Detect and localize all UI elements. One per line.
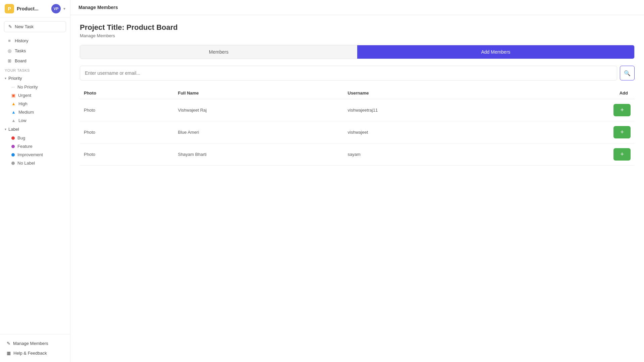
col-header-full-name: Full Name xyxy=(174,87,343,99)
cell-username: vishwajeetraj11 xyxy=(344,99,520,121)
sidebar-item-label: Bug xyxy=(17,135,25,140)
sidebar-item-improvement[interactable]: Improvement xyxy=(2,150,68,159)
sidebar-item-label: Urgent xyxy=(18,93,31,98)
high-icon: ▲ xyxy=(11,101,16,106)
search-input[interactable] xyxy=(80,66,617,80)
search-icon: 🔍 xyxy=(624,70,631,76)
sidebar-item-board[interactable]: ⊞ Board xyxy=(2,56,68,66)
top-bar: Manage Members xyxy=(70,0,644,15)
sidebar-item-label: Medium xyxy=(18,110,34,115)
page-title: Project Title: Product Board xyxy=(80,23,635,32)
priority-section-header[interactable]: ▾ Priority xyxy=(0,74,70,83)
sidebar-item-label: No Label xyxy=(17,161,35,166)
cell-add: + xyxy=(519,121,635,143)
add-member-button[interactable]: + xyxy=(613,104,631,116)
sidebar-item-feature[interactable]: Feature xyxy=(2,142,68,150)
sidebar-item-manage-members[interactable]: ✎ Manage Members xyxy=(2,339,68,348)
collapse-icon: ▾ xyxy=(5,127,6,131)
sidebar-footer: ✎ Manage Members ▦ Help & Feedback xyxy=(0,334,70,362)
chevron-down-icon[interactable]: ▾ xyxy=(63,6,65,11)
collapse-icon: ▾ xyxy=(5,76,6,80)
sidebar-item-tasks[interactable]: ◎ Tasks xyxy=(2,46,68,56)
sidebar: P Product... VP ▾ ✎ New Task ≡ History ◎… xyxy=(0,0,70,362)
history-icon: ≡ xyxy=(7,38,12,43)
sidebar-item-low[interactable]: ▲ Low xyxy=(2,116,68,125)
cell-add: + xyxy=(519,143,635,166)
tab-add-members[interactable]: Add Members xyxy=(357,45,634,59)
product-icon: P xyxy=(5,4,14,13)
cell-full-name: Shayam Bharti xyxy=(174,143,343,166)
cell-photo: Photo xyxy=(80,121,174,143)
sidebar-item-label: Manage Members xyxy=(13,341,48,346)
priority-label: Priority xyxy=(8,76,22,81)
new-task-button[interactable]: ✎ New Task xyxy=(4,21,66,32)
main-content: Manage Members Project Title: Product Bo… xyxy=(70,0,644,362)
bug-dot xyxy=(11,136,15,140)
topbar-title: Manage Members xyxy=(78,5,118,10)
sidebar-item-label: History xyxy=(15,38,28,43)
improvement-dot xyxy=(11,153,15,157)
avatar: VP xyxy=(51,4,61,13)
col-header-username: Username xyxy=(344,87,520,99)
urgent-icon: ▣ xyxy=(11,93,15,98)
no-label-dot xyxy=(11,162,15,165)
col-header-photo: Photo xyxy=(80,87,174,99)
sidebar-item-no-label[interactable]: No Label xyxy=(2,159,68,167)
product-name: Product... xyxy=(17,6,49,11)
sidebar-item-label: Help & Feedback xyxy=(13,351,47,356)
page-subtitle: Manage Members xyxy=(80,33,635,38)
low-icon: ▲ xyxy=(11,118,16,123)
sidebar-header: P Product... VP ▾ xyxy=(0,0,70,18)
sidebar-item-medium[interactable]: ▲ Medium xyxy=(2,108,68,116)
cell-photo: Photo xyxy=(80,99,174,121)
sidebar-item-no-priority[interactable]: ··· No Priority xyxy=(2,83,68,91)
your-tasks-label: Your Tasks xyxy=(0,66,70,74)
manage-members-icon: ✎ xyxy=(7,341,10,346)
new-task-label: New Task xyxy=(15,24,34,29)
table-row: Photo Blue Ameri vishwajeet + xyxy=(80,121,635,143)
cell-username: sayam xyxy=(344,143,520,166)
search-button[interactable]: 🔍 xyxy=(620,66,635,80)
no-priority-icon: ··· xyxy=(11,85,15,89)
add-member-button[interactable]: + xyxy=(613,126,631,138)
help-icon: ▦ xyxy=(7,351,11,356)
sidebar-item-history[interactable]: ≡ History xyxy=(2,36,68,46)
add-member-button[interactable]: + xyxy=(613,148,631,161)
sidebar-item-label: No Priority xyxy=(17,84,38,89)
sidebar-item-bug[interactable]: Bug xyxy=(2,134,68,142)
sidebar-item-urgent[interactable]: ▣ Urgent xyxy=(2,91,68,100)
label-section-header[interactable]: ▾ Label xyxy=(0,125,70,134)
label-section-label: Label xyxy=(8,127,19,132)
feature-dot xyxy=(11,145,15,148)
cell-full-name: Vishwajeet Raj xyxy=(174,99,343,121)
sidebar-item-label: Feature xyxy=(17,144,33,149)
tab-members[interactable]: Members xyxy=(80,45,357,59)
cell-full-name: Blue Ameri xyxy=(174,121,343,143)
members-table: Photo Full Name Username Add Photo Vishw… xyxy=(80,87,635,166)
sidebar-item-help-feedback[interactable]: ▦ Help & Feedback xyxy=(2,348,68,358)
board-icon: ⊞ xyxy=(7,58,12,63)
cell-add: + xyxy=(519,99,635,121)
table-row: Photo Vishwajeet Raj vishwajeetraj11 + xyxy=(80,99,635,121)
medium-icon: ▲ xyxy=(11,110,16,115)
edit-icon: ✎ xyxy=(8,24,12,29)
sidebar-item-label: Improvement xyxy=(17,152,43,157)
sidebar-item-high[interactable]: ▲ High xyxy=(2,100,68,108)
sidebar-item-label: Board xyxy=(15,58,26,63)
tabs-row: Members Add Members xyxy=(80,45,635,59)
content-area: Project Title: Product Board Manage Memb… xyxy=(70,15,644,362)
sidebar-item-label: Tasks xyxy=(15,48,26,53)
sidebar-item-label: High xyxy=(18,101,28,106)
sidebar-item-label: Low xyxy=(18,118,26,123)
cell-photo: Photo xyxy=(80,143,174,166)
search-row: 🔍 xyxy=(80,66,635,80)
cell-username: vishwajeet xyxy=(344,121,520,143)
table-row: Photo Shayam Bharti sayam + xyxy=(80,143,635,166)
tasks-icon: ◎ xyxy=(7,48,12,53)
col-header-add: Add xyxy=(519,87,635,99)
